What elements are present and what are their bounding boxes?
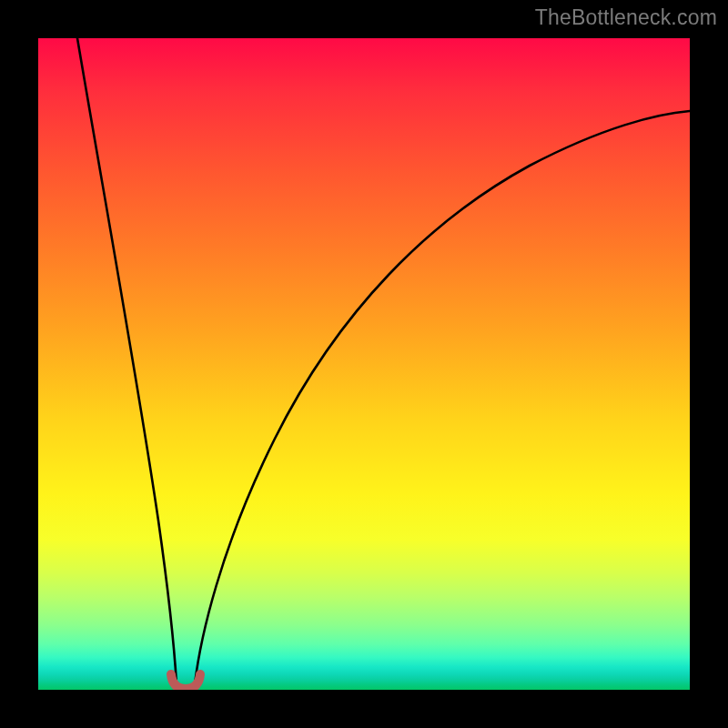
attribution-text: TheBottleneck.com (535, 5, 717, 30)
left-branch-curve (77, 38, 177, 684)
right-branch-curve (195, 111, 690, 684)
plot-area (38, 38, 690, 690)
curve-layer (38, 38, 690, 690)
bottom-marker-u (171, 674, 200, 689)
chart-frame: TheBottleneck.com (0, 0, 728, 728)
